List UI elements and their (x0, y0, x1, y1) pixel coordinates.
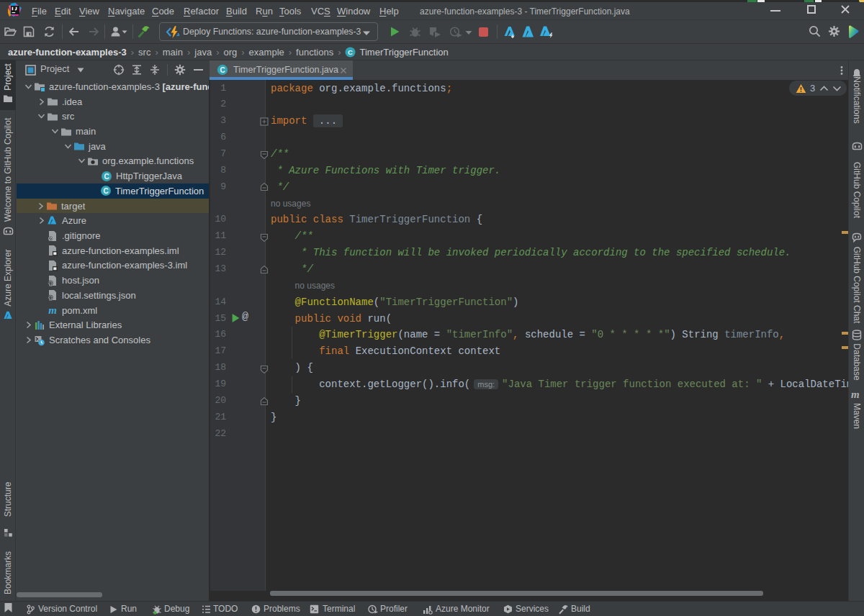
svg-text:{}: {} (49, 294, 53, 301)
svg-text:C: C (348, 48, 354, 56)
svg-text:C: C (103, 187, 108, 195)
svg-text:C: C (220, 66, 225, 74)
svg-text:C: C (104, 172, 109, 180)
svg-text:m: m (48, 304, 57, 316)
svg-text:{}: {} (49, 280, 53, 286)
